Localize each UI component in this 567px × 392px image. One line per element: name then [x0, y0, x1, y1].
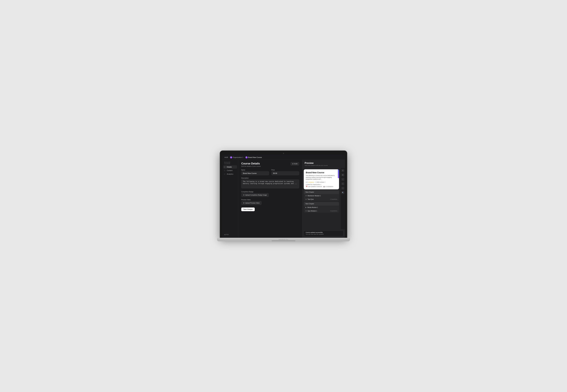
course-rating: 4.2 ★ ★ ★ ★ ★ [306, 182, 337, 183]
form-header: Course Details Edit the details of your … [241, 162, 299, 167]
form-subtitle: Edit the details of your course [241, 166, 261, 167]
preview-header: Preview View how students will see your … [302, 160, 345, 168]
chapter-1-item-2[interactable]: ⊟ Test Quiz 2 Questions [304, 197, 339, 201]
toast-message: You can now view the updated [306, 234, 342, 235]
star-1: ★ [308, 182, 310, 183]
markdown-icon: ⊞ [305, 195, 307, 196]
breadcrumb-org[interactable]: O Organization 1 [230, 156, 243, 158]
name-input[interactable] [241, 171, 269, 175]
upload-video-icon: ⬆ [243, 202, 244, 204]
course-card-wrapper: Brand New Course The following is a bran… [302, 168, 341, 229]
save-button[interactable]: Save changes [241, 208, 255, 211]
analytics-icon: □ [224, 173, 226, 175]
completion-badge-label: Completion Badge [241, 191, 299, 193]
preview-panel: Preview View how students will see your … [302, 160, 345, 238]
breadcrumb-course[interactable]: C Brand New Course [245, 156, 262, 158]
laptop-label: MacBook Pro [279, 239, 288, 240]
right-icons-panel: $ ■ ○ ◇ □ 🔍 [341, 168, 345, 229]
name-field: Name [241, 169, 269, 175]
chapter-1-item-1[interactable]: ⊞ Markdown Module 1 [304, 194, 339, 197]
sidebar-item-content[interactable]: □ Content [223, 169, 237, 172]
star-3: ★ [311, 182, 312, 183]
course-card: Brand New Course The following is a bran… [304, 169, 339, 189]
content-icon: □ [224, 170, 226, 171]
upload-video-button[interactable]: ⬆ Upload Preview Video [241, 201, 262, 205]
ai-icon: 🤖 [323, 186, 325, 187]
upload-badge-button[interactable]: ⬆ Upload Completion Badge Image [241, 193, 269, 197]
sidebar-label: Manage Course [223, 161, 237, 165]
quiz-icon-2: ⊟ [305, 210, 307, 212]
course-card-accent [338, 169, 339, 178]
price-field: Price [271, 169, 299, 175]
completion-badge-field: Completion Badge ⬆ Upload Completion Bad… [241, 191, 299, 197]
ai-assistance-item: 🤖 AI Assistance [323, 186, 333, 187]
course-creator: Created by Organization 1 [306, 184, 337, 185]
laptop-base: MacBook Pro [217, 238, 350, 241]
sidebar-item-details[interactable]: □ Details [223, 165, 237, 168]
breadcrumb-bar: HUB / O Organization 1 / C Brand New Cou… [222, 155, 345, 160]
chapter-section-1: New Chapter ⊞ Markdown Module 1 [304, 190, 339, 201]
last-updated-item: 📅 Last Updated 7/16/2024 [306, 186, 322, 187]
course-info-row: 📅 Last Updated 7/16/2024 🤖 AI Assistance [306, 186, 337, 187]
course-card-desc: The following is a brand new course dedi… [306, 175, 337, 180]
chapter-section-2: New Chapter ▶ Media Module 1 [304, 202, 339, 213]
toast-title: Course updated successfully. [306, 232, 342, 233]
calendar-icon: 📅 [306, 186, 307, 187]
price-input[interactable] [271, 171, 299, 175]
sidebar: Manage Course □ Details □ Content □ Anal… [222, 160, 238, 238]
chapter-header-2: New Chapter [304, 202, 339, 206]
details-icon: □ [224, 166, 226, 168]
price-label: Price [271, 169, 299, 171]
star-4: ★ [312, 182, 313, 183]
right-icon-circle[interactable]: ○ [341, 178, 344, 181]
media-icon: ▶ [305, 207, 307, 208]
invite-button[interactable]: ⊕ Invite [291, 162, 299, 166]
star-2: ★ [310, 182, 311, 183]
breadcrumb-hub[interactable]: HUB [224, 156, 228, 158]
star-5: ★ [314, 182, 315, 183]
chapter-2-item-2-meta: 3 Questions [330, 210, 337, 212]
description-field: Description The following is a brand new… [241, 177, 299, 189]
main-form: Course Details Edit the details of your … [238, 160, 302, 238]
course-card-title: Brand New Course [306, 171, 337, 174]
form-title: Course Details [241, 162, 261, 165]
preview-title: Preview [305, 162, 343, 165]
right-icon-dollar[interactable]: $ [341, 169, 344, 172]
chapter-2-item-2[interactable]: ⊟ Quiz Module 1 3 Questions [304, 209, 339, 213]
breadcrumb-sep-1: / [229, 157, 229, 158]
sidebar-item-analytics[interactable]: □ Analytics [223, 172, 237, 176]
course-icon: C [245, 156, 247, 158]
hide-sidebar-button[interactable]: ◀ Hide [223, 233, 237, 236]
chapter-2-item-1[interactable]: ▶ Media Module 1 [304, 206, 339, 209]
description-textarea[interactable]: The following is a brand new course dedi… [241, 180, 299, 188]
quiz-icon-1: ⊟ [305, 198, 307, 200]
reviews-count: ( [315, 182, 316, 183]
upload-badge-icon: ⬆ [243, 194, 244, 196]
right-icon-diamond[interactable]: ◇ [341, 182, 344, 185]
stars: ★ ★ ★ ★ ★ [308, 182, 315, 183]
toast-notification: Course updated successfully. You can now… [304, 230, 343, 236]
right-icon-box[interactable]: □ [341, 187, 344, 190]
chapter-header-1: New Chapter [304, 190, 339, 194]
preview-subtitle: View how students will see your course [305, 165, 343, 166]
breadcrumb-sep-2: / [244, 157, 245, 158]
laptop-camera [283, 153, 284, 154]
right-icon-square[interactable]: ■ [341, 173, 344, 176]
right-icon-search[interactable]: 🔍 [341, 191, 344, 194]
org-icon: O [230, 156, 232, 158]
description-label: Description [241, 177, 299, 179]
preview-video-field: Preview Video ⬆ Upload Preview Video [241, 199, 299, 205]
name-label: Name [241, 169, 269, 171]
invite-icon: ⊕ [292, 163, 293, 165]
preview-video-label: Preview Video [241, 199, 299, 201]
chapter-1-item-2-meta: 2 Questions [330, 198, 337, 200]
